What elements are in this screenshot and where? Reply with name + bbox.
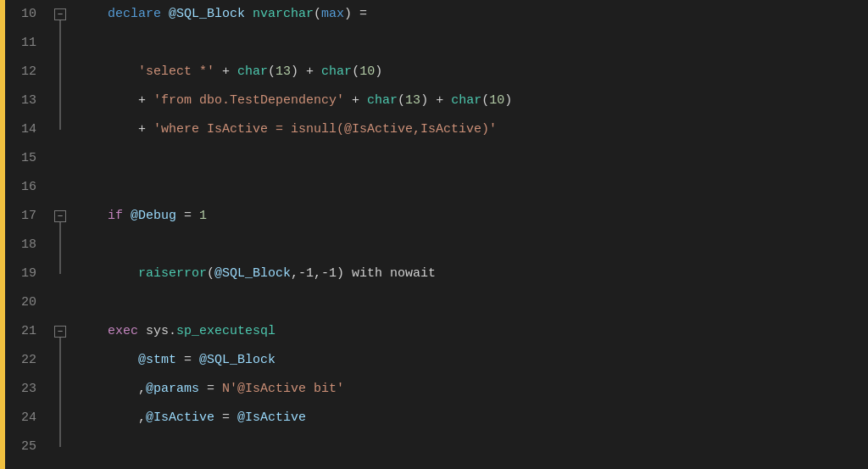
code-token: 'select *': [138, 58, 214, 87]
fold-cell: [52, 144, 69, 173]
line-number: 17: [5, 202, 43, 231]
fold-cell: [52, 433, 69, 461]
code-line: if @Debug = 1: [77, 202, 868, 231]
fold-cell: [52, 29, 69, 58]
line-number: 15: [5, 144, 43, 173]
code-area: declare @SQL_Block nvarchar(max) = 'sele…: [69, 0, 868, 469]
code-token: raiserror: [138, 260, 207, 288]
line-number: 22: [5, 346, 43, 375]
code-token: +: [77, 87, 153, 115]
fold-cell: [52, 375, 69, 404]
line-number: 14: [5, 115, 43, 144]
fold-cell: [52, 404, 69, 433]
code-token: (: [207, 260, 214, 288]
code-token: @SQL_Block: [214, 260, 291, 288]
code-token: ) +: [291, 58, 321, 87]
line-number: 16: [5, 173, 43, 202]
fold-cell: [52, 231, 69, 260]
code-token: 'where IsActive = isnull(@IsActive,IsAct…: [153, 115, 497, 144]
code-token: 10: [489, 87, 504, 115]
code-line: [77, 173, 868, 202]
line-number: 20: [5, 288, 43, 317]
code-token: char: [451, 87, 481, 115]
code-line: ,@params = N'@IsActive bit': [77, 375, 868, 404]
code-line: raiserror(@SQL_Block,-1,-1) with nowait: [77, 260, 868, 288]
code-token: =: [214, 404, 237, 433]
code-token: sp_executesql: [176, 317, 275, 346]
line-number: 18: [5, 231, 43, 260]
code-token: [77, 346, 138, 375]
code-line: [77, 288, 868, 317]
code-line: [77, 433, 868, 461]
code-token: +: [214, 58, 237, 87]
code-token: =: [176, 346, 199, 375]
code-line: exec sys.sp_executesql: [77, 317, 868, 346]
line-number: 13: [5, 87, 43, 115]
code-line: 'select *' + char(13) + char(10): [77, 58, 868, 87]
code-token: ,: [77, 404, 146, 433]
code-token: =: [199, 375, 222, 404]
code-line: + 'where IsActive = isnull(@IsActive,IsA…: [77, 115, 868, 144]
fold-cell: [52, 173, 69, 202]
fold-button[interactable]: −: [54, 210, 66, 222]
line-number: 11: [5, 29, 43, 58]
code-token: [77, 260, 138, 288]
fold-cell: [52, 260, 69, 288]
line-number: 25: [5, 433, 43, 461]
code-token: @SQL_Block: [169, 0, 245, 29]
code-token: ,: [77, 375, 146, 404]
code-token: sys.: [138, 317, 176, 346]
fold-cell: −: [52, 317, 69, 346]
line-number: 12: [5, 58, 43, 87]
code-token: [77, 58, 138, 87]
code-token: N'@IsActive bit': [222, 375, 344, 404]
code-token: 13: [275, 58, 291, 87]
code-token: (: [268, 58, 275, 87]
code-token: char: [321, 58, 352, 87]
code-token: 10: [359, 58, 375, 87]
code-token: 'from dbo.TestDependency': [153, 87, 344, 115]
code-token: (: [314, 0, 321, 29]
code-token: exec: [108, 317, 138, 346]
code-token: [123, 202, 131, 231]
code-token: ) +: [420, 87, 451, 115]
code-line: [77, 231, 868, 260]
code-line: @stmt = @SQL_Block: [77, 346, 868, 375]
code-line: ,@IsActive = @IsActive: [77, 404, 868, 433]
code-token: +: [344, 87, 367, 115]
fold-button[interactable]: −: [54, 326, 66, 338]
code-token: (: [398, 87, 405, 115]
fold-cell: [52, 346, 69, 375]
code-token: =: [176, 202, 199, 231]
code-token: @params: [146, 375, 199, 404]
code-token: [77, 317, 108, 346]
line-numbers: 10111213141516171819202122232425: [5, 0, 52, 469]
code-token: +: [77, 115, 153, 144]
code-token: ): [504, 87, 512, 115]
code-token: nvarchar: [245, 0, 314, 29]
fold-cell: [52, 87, 69, 115]
code-token: ) =: [344, 0, 367, 29]
code-token: (: [481, 87, 489, 115]
code-line: + 'from dbo.TestDependency' + char(13) +…: [77, 87, 868, 115]
code-token: @Debug: [131, 202, 176, 231]
fold-column: −−−: [52, 0, 69, 469]
code-token: ): [375, 58, 382, 87]
line-number: 21: [5, 317, 43, 346]
code-token: [77, 202, 108, 231]
code-token: declare: [77, 0, 169, 29]
code-line: [77, 29, 868, 58]
code-token: max: [321, 0, 344, 29]
code-token: (: [352, 58, 359, 87]
code-token: ,-1,-1) with nowait: [291, 260, 436, 288]
editor: 10111213141516171819202122232425 −−− dec…: [0, 0, 868, 469]
line-number: 10: [5, 0, 43, 29]
fold-cell: [52, 58, 69, 87]
code-token: @stmt: [138, 346, 176, 375]
code-token: @SQL_Block: [199, 346, 275, 375]
fold-cell: [52, 288, 69, 317]
fold-cell: [52, 115, 69, 144]
code-line: [77, 144, 868, 173]
code-token: char: [237, 58, 268, 87]
fold-button[interactable]: −: [54, 8, 66, 20]
